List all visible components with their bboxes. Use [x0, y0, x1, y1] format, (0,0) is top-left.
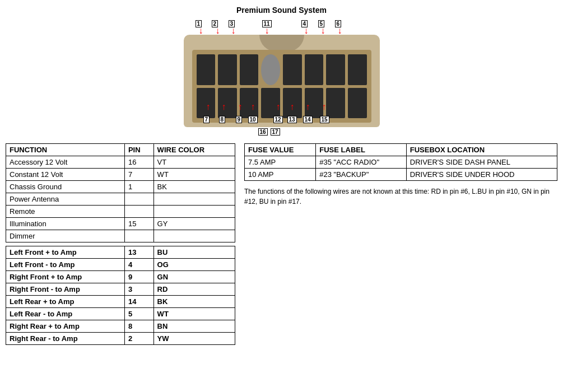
table-cell: 2	[124, 333, 153, 345]
table-cell	[153, 206, 235, 218]
table-cell: 8	[124, 320, 153, 333]
table-row: Chassis Ground1BK	[6, 181, 235, 193]
table-row: Dimmer	[6, 230, 235, 242]
pin-slot	[197, 54, 216, 85]
table-cell: 13	[124, 246, 153, 259]
right-area: FUSE VALUE FUSE LABEL FUSEBOX LOCATION 7…	[244, 143, 557, 207]
table-cell: 9	[124, 271, 153, 283]
arrow-11: ↓	[265, 26, 269, 36]
arrow-4: ↓	[304, 26, 309, 36]
table-cell: Right Front + to Amp	[6, 271, 125, 283]
table-cell: BK	[153, 296, 235, 308]
pin-label-8: 8	[219, 116, 226, 123]
pin-slot	[348, 54, 367, 85]
arrow-13: ↑	[290, 102, 295, 112]
tables-area: FUNCTION PIN WIRE COLOR Accessory 12 Vol…	[6, 143, 557, 345]
table-cell: 3	[124, 283, 153, 296]
table-cell: 4	[124, 259, 153, 271]
arrow-5: ↓	[321, 26, 325, 36]
table-cell: 7	[124, 169, 153, 181]
table-row: Power Antenna	[6, 193, 235, 206]
table-cell: BK	[153, 181, 235, 193]
table-cell	[153, 193, 235, 206]
fuse-col-label: FUSE LABEL	[316, 144, 406, 156]
pin-slot	[348, 88, 367, 119]
fuse-col-location: FUSEBOX LOCATION	[406, 144, 557, 156]
pin-label-12: 12	[273, 116, 283, 123]
arrow-1: ↓	[199, 26, 203, 36]
table-cell	[124, 206, 153, 218]
table-cell	[153, 230, 235, 242]
col-pin: PIN	[124, 144, 153, 156]
table-cell: Left Front - to Amp	[6, 259, 125, 271]
main-table: FUNCTION PIN WIRE COLOR Accessory 12 Vol…	[6, 143, 235, 345]
table-cell: Power Antenna	[6, 193, 125, 206]
pin-slot-key	[261, 54, 280, 85]
table-row: Right Rear + to Amp8BN	[6, 320, 235, 333]
table-cell: 5	[124, 308, 153, 320]
fuse-table-row: 7.5 AMP#35 "ACC RADIO"DRIVER'S SIDE DASH…	[245, 156, 557, 169]
table-row: Remote	[6, 206, 235, 218]
pin-slot	[218, 54, 237, 85]
table-cell: GY	[153, 218, 235, 230]
pin-label-15: 15	[320, 116, 329, 123]
fuse-table-row: 10 AMP#23 "BACKUP"DRIVER'S SIDE UNDER HO…	[245, 169, 557, 181]
table-cell: Right Rear - to Amp	[6, 333, 125, 345]
arrow-6: ↓	[338, 26, 342, 36]
table-row: Right Rear - to Amp2YW	[6, 333, 235, 345]
table-cell: VT	[153, 156, 235, 169]
arrow-14: ↑	[306, 102, 310, 112]
table-cell: 16	[124, 156, 153, 169]
col-function: FUNCTION	[6, 144, 125, 156]
pin-slot	[305, 54, 324, 85]
table-cell: BN	[153, 320, 235, 333]
fuse-table-cell: DRIVER'S SIDE UNDER HOOD	[406, 169, 557, 181]
table-row: Illumination15GY	[6, 218, 235, 230]
table-cell: YW	[153, 333, 235, 345]
pin-label-7: 7	[203, 116, 210, 123]
pin-label-14: 14	[303, 116, 313, 123]
table-cell	[124, 230, 153, 242]
arrow-10: ↑	[251, 102, 255, 112]
pin-label-13: 13	[287, 116, 297, 123]
table-cell: Remote	[6, 206, 125, 218]
table-cell: Left Front + to Amp	[6, 246, 125, 259]
note-text: The functions of the following wires are…	[244, 186, 557, 207]
table-cell	[124, 193, 153, 206]
fuse-col-value: FUSE VALUE	[245, 144, 316, 156]
table-row: Right Front - to Amp3RD	[6, 283, 235, 296]
pin-slot	[283, 54, 302, 85]
arrow-7: ↑	[206, 102, 211, 112]
table-cell: GN	[153, 271, 235, 283]
arrow-9: ↑	[238, 102, 243, 112]
table-cell: Left Rear + to Amp	[6, 296, 125, 308]
pin-label-9: 9	[236, 116, 243, 123]
fuse-table: FUSE VALUE FUSE LABEL FUSEBOX LOCATION 7…	[244, 143, 557, 181]
pin-label-16: 16	[258, 128, 268, 136]
table-cell: Accessory 12 Volt	[6, 156, 125, 169]
table-cell: 15	[124, 218, 153, 230]
table-row: Left Front - to Amp4OG	[6, 259, 235, 271]
pin-slot	[326, 88, 345, 119]
table-cell: BU	[153, 246, 235, 259]
table-cell: 1	[124, 181, 153, 193]
table-cell: WT	[153, 308, 235, 320]
table-row: Right Front + to Amp9GN	[6, 271, 235, 283]
table-row: Accessory 12 Volt16VT	[6, 156, 235, 169]
table-cell: OG	[153, 259, 235, 271]
pin-label-17: 17	[271, 128, 280, 136]
table-cell: Dimmer	[6, 230, 125, 242]
table-row: Left Rear - to Amp5WT	[6, 308, 235, 320]
fuse-table-cell: #23 "BACKUP"	[316, 169, 406, 181]
table-cell: RD	[153, 283, 235, 296]
fuse-table-cell: DRIVER'S SIDE DASH PANEL	[406, 156, 557, 169]
arrow-3: ↓	[231, 26, 236, 36]
table-row: Constant 12 Volt7WT	[6, 169, 235, 181]
arrow-8: ↑	[222, 102, 226, 112]
fuse-table-cell: 7.5 AMP	[245, 156, 316, 169]
table-cell: Illumination	[6, 218, 125, 230]
table-cell: WT	[153, 169, 235, 181]
connector-diagram: 1 2 3 11 4 5 6 ↓	[6, 19, 557, 137]
arrow-2: ↓	[216, 26, 220, 36]
connector-pins	[192, 50, 371, 123]
